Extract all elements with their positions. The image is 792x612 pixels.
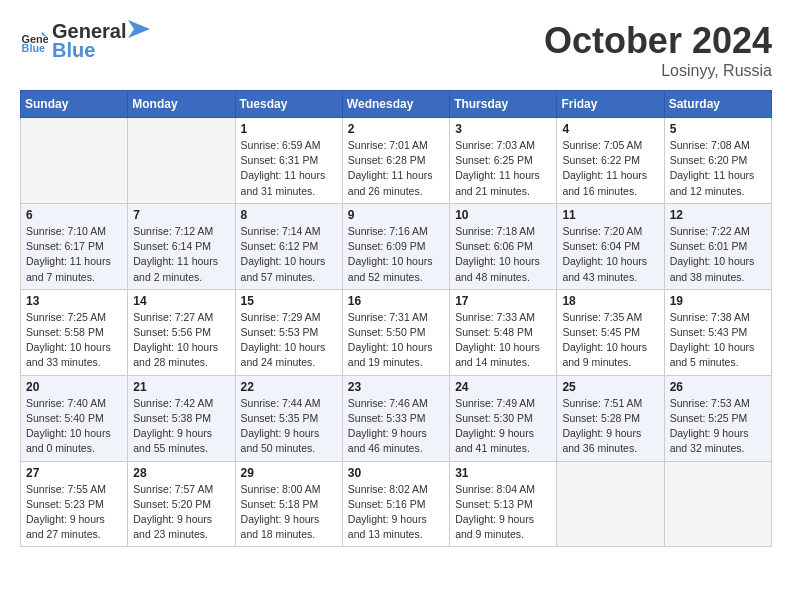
- header: General Blue General Blue October 2024 L…: [20, 20, 772, 80]
- calendar-cell: [557, 461, 664, 547]
- day-info: Sunrise: 7:27 AMSunset: 5:56 PMDaylight:…: [133, 310, 229, 371]
- day-number: 19: [670, 294, 766, 308]
- header-sunday: Sunday: [21, 91, 128, 118]
- calendar-cell: 7Sunrise: 7:12 AMSunset: 6:14 PMDaylight…: [128, 203, 235, 289]
- day-number: 5: [670, 122, 766, 136]
- day-number: 20: [26, 380, 122, 394]
- day-info: Sunrise: 7:46 AMSunset: 5:33 PMDaylight:…: [348, 396, 444, 457]
- calendar-cell: 9Sunrise: 7:16 AMSunset: 6:09 PMDaylight…: [342, 203, 449, 289]
- day-info: Sunrise: 7:08 AMSunset: 6:20 PMDaylight:…: [670, 138, 766, 199]
- day-number: 24: [455, 380, 551, 394]
- calendar-cell: [664, 461, 771, 547]
- day-info: Sunrise: 7:18 AMSunset: 6:06 PMDaylight:…: [455, 224, 551, 285]
- day-info: Sunrise: 7:10 AMSunset: 6:17 PMDaylight:…: [26, 224, 122, 285]
- calendar-week-row: 13Sunrise: 7:25 AMSunset: 5:58 PMDayligh…: [21, 289, 772, 375]
- day-info: Sunrise: 7:33 AMSunset: 5:48 PMDaylight:…: [455, 310, 551, 371]
- calendar-cell: 19Sunrise: 7:38 AMSunset: 5:43 PMDayligh…: [664, 289, 771, 375]
- day-info: Sunrise: 7:12 AMSunset: 6:14 PMDaylight:…: [133, 224, 229, 285]
- day-info: Sunrise: 6:59 AMSunset: 6:31 PMDaylight:…: [241, 138, 337, 199]
- day-info: Sunrise: 7:53 AMSunset: 5:25 PMDaylight:…: [670, 396, 766, 457]
- day-info: Sunrise: 7:29 AMSunset: 5:53 PMDaylight:…: [241, 310, 337, 371]
- svg-marker-3: [128, 20, 150, 38]
- calendar-cell: 27Sunrise: 7:55 AMSunset: 5:23 PMDayligh…: [21, 461, 128, 547]
- calendar-cell: 11Sunrise: 7:20 AMSunset: 6:04 PMDayligh…: [557, 203, 664, 289]
- day-number: 13: [26, 294, 122, 308]
- day-number: 23: [348, 380, 444, 394]
- logo: General Blue General Blue: [20, 20, 152, 62]
- day-number: 4: [562, 122, 658, 136]
- calendar-cell: 1Sunrise: 6:59 AMSunset: 6:31 PMDaylight…: [235, 118, 342, 204]
- calendar-cell: 23Sunrise: 7:46 AMSunset: 5:33 PMDayligh…: [342, 375, 449, 461]
- day-info: Sunrise: 7:31 AMSunset: 5:50 PMDaylight:…: [348, 310, 444, 371]
- calendar-cell: 15Sunrise: 7:29 AMSunset: 5:53 PMDayligh…: [235, 289, 342, 375]
- day-info: Sunrise: 8:04 AMSunset: 5:13 PMDaylight:…: [455, 482, 551, 543]
- day-info: Sunrise: 7:01 AMSunset: 6:28 PMDaylight:…: [348, 138, 444, 199]
- calendar-cell: 20Sunrise: 7:40 AMSunset: 5:40 PMDayligh…: [21, 375, 128, 461]
- calendar-cell: 4Sunrise: 7:05 AMSunset: 6:22 PMDaylight…: [557, 118, 664, 204]
- header-wednesday: Wednesday: [342, 91, 449, 118]
- day-info: Sunrise: 7:25 AMSunset: 5:58 PMDaylight:…: [26, 310, 122, 371]
- calendar-cell: 16Sunrise: 7:31 AMSunset: 5:50 PMDayligh…: [342, 289, 449, 375]
- day-number: 31: [455, 466, 551, 480]
- day-number: 2: [348, 122, 444, 136]
- day-number: 7: [133, 208, 229, 222]
- calendar-cell: 3Sunrise: 7:03 AMSunset: 6:25 PMDaylight…: [450, 118, 557, 204]
- calendar-cell: 21Sunrise: 7:42 AMSunset: 5:38 PMDayligh…: [128, 375, 235, 461]
- svg-text:Blue: Blue: [22, 42, 46, 54]
- calendar-cell: 2Sunrise: 7:01 AMSunset: 6:28 PMDaylight…: [342, 118, 449, 204]
- logo-arrow-icon: [128, 20, 150, 38]
- header-monday: Monday: [128, 91, 235, 118]
- day-info: Sunrise: 7:16 AMSunset: 6:09 PMDaylight:…: [348, 224, 444, 285]
- day-number: 8: [241, 208, 337, 222]
- header-thursday: Thursday: [450, 91, 557, 118]
- day-number: 15: [241, 294, 337, 308]
- day-info: Sunrise: 7:51 AMSunset: 5:28 PMDaylight:…: [562, 396, 658, 457]
- day-info: Sunrise: 7:38 AMSunset: 5:43 PMDaylight:…: [670, 310, 766, 371]
- day-number: 21: [133, 380, 229, 394]
- header-friday: Friday: [557, 91, 664, 118]
- calendar-week-row: 6Sunrise: 7:10 AMSunset: 6:17 PMDaylight…: [21, 203, 772, 289]
- day-number: 9: [348, 208, 444, 222]
- calendar-cell: 5Sunrise: 7:08 AMSunset: 6:20 PMDaylight…: [664, 118, 771, 204]
- calendar-cell: 26Sunrise: 7:53 AMSunset: 5:25 PMDayligh…: [664, 375, 771, 461]
- calendar-cell: 30Sunrise: 8:02 AMSunset: 5:16 PMDayligh…: [342, 461, 449, 547]
- day-number: 3: [455, 122, 551, 136]
- header-tuesday: Tuesday: [235, 91, 342, 118]
- day-number: 29: [241, 466, 337, 480]
- calendar-cell: [21, 118, 128, 204]
- day-info: Sunrise: 8:00 AMSunset: 5:18 PMDaylight:…: [241, 482, 337, 543]
- calendar-week-row: 1Sunrise: 6:59 AMSunset: 6:31 PMDaylight…: [21, 118, 772, 204]
- calendar-week-row: 27Sunrise: 7:55 AMSunset: 5:23 PMDayligh…: [21, 461, 772, 547]
- day-number: 16: [348, 294, 444, 308]
- day-info: Sunrise: 7:35 AMSunset: 5:45 PMDaylight:…: [562, 310, 658, 371]
- day-number: 28: [133, 466, 229, 480]
- day-info: Sunrise: 7:20 AMSunset: 6:04 PMDaylight:…: [562, 224, 658, 285]
- calendar-cell: 31Sunrise: 8:04 AMSunset: 5:13 PMDayligh…: [450, 461, 557, 547]
- calendar-cell: 17Sunrise: 7:33 AMSunset: 5:48 PMDayligh…: [450, 289, 557, 375]
- calendar-cell: 29Sunrise: 8:00 AMSunset: 5:18 PMDayligh…: [235, 461, 342, 547]
- calendar-cell: 24Sunrise: 7:49 AMSunset: 5:30 PMDayligh…: [450, 375, 557, 461]
- calendar-cell: 18Sunrise: 7:35 AMSunset: 5:45 PMDayligh…: [557, 289, 664, 375]
- day-number: 25: [562, 380, 658, 394]
- day-info: Sunrise: 7:05 AMSunset: 6:22 PMDaylight:…: [562, 138, 658, 199]
- calendar-cell: 12Sunrise: 7:22 AMSunset: 6:01 PMDayligh…: [664, 203, 771, 289]
- calendar-cell: 10Sunrise: 7:18 AMSunset: 6:06 PMDayligh…: [450, 203, 557, 289]
- day-info: Sunrise: 7:22 AMSunset: 6:01 PMDaylight:…: [670, 224, 766, 285]
- day-number: 22: [241, 380, 337, 394]
- day-info: Sunrise: 7:14 AMSunset: 6:12 PMDaylight:…: [241, 224, 337, 285]
- calendar-cell: 8Sunrise: 7:14 AMSunset: 6:12 PMDaylight…: [235, 203, 342, 289]
- day-info: Sunrise: 8:02 AMSunset: 5:16 PMDaylight:…: [348, 482, 444, 543]
- day-info: Sunrise: 7:57 AMSunset: 5:20 PMDaylight:…: [133, 482, 229, 543]
- day-info: Sunrise: 7:49 AMSunset: 5:30 PMDaylight:…: [455, 396, 551, 457]
- day-number: 10: [455, 208, 551, 222]
- location-title: Losinyy, Russia: [544, 62, 772, 80]
- calendar-cell: 25Sunrise: 7:51 AMSunset: 5:28 PMDayligh…: [557, 375, 664, 461]
- day-info: Sunrise: 7:40 AMSunset: 5:40 PMDaylight:…: [26, 396, 122, 457]
- logo-icon: General Blue: [20, 27, 48, 55]
- calendar-week-row: 20Sunrise: 7:40 AMSunset: 5:40 PMDayligh…: [21, 375, 772, 461]
- calendar-cell: 14Sunrise: 7:27 AMSunset: 5:56 PMDayligh…: [128, 289, 235, 375]
- calendar-cell: 13Sunrise: 7:25 AMSunset: 5:58 PMDayligh…: [21, 289, 128, 375]
- day-number: 1: [241, 122, 337, 136]
- day-number: 30: [348, 466, 444, 480]
- day-number: 6: [26, 208, 122, 222]
